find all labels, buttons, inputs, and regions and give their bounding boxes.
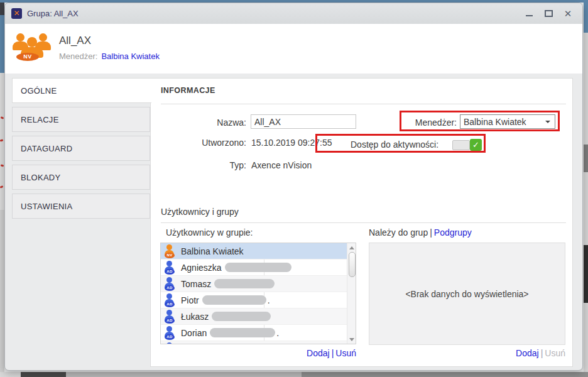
subgroups-link[interactable]: Podgrupy bbox=[434, 227, 472, 238]
background-segment bbox=[584, 3, 588, 33]
user-ad-icon: AD bbox=[163, 293, 176, 307]
manager-line: Menedżer:Balbina Kwiatek bbox=[59, 52, 160, 61]
manager-field-label: Menedżer: bbox=[361, 117, 457, 128]
group-users-icon: NV bbox=[13, 33, 52, 62]
background-segment bbox=[66, 372, 302, 377]
redacted-name bbox=[212, 312, 271, 321]
belongs-to-groups-list: <Brak danych do wyświetlenia> bbox=[369, 243, 565, 345]
group-dialog-window: Grupa: All_AX NV All_AX Menedżer:Balbina… bbox=[4, 3, 583, 371]
background-right-strip bbox=[584, 3, 588, 372]
list-item-user[interactable]: AD Dorian. bbox=[161, 325, 356, 341]
users-list-actions: Dodaj|Usuń bbox=[160, 348, 356, 358]
background-bottom-strip bbox=[0, 372, 588, 377]
header-separator: | bbox=[430, 227, 432, 238]
type-label: Typ: bbox=[151, 160, 246, 170]
titlebar[interactable]: Grupa: All_AX bbox=[5, 3, 582, 24]
groups-remove-link-disabled[interactable]: Usuń bbox=[545, 348, 565, 358]
toggle-check-icon bbox=[470, 139, 482, 151]
scroll-up-icon[interactable] bbox=[347, 244, 356, 251]
activity-access-toggle[interactable] bbox=[452, 139, 482, 151]
users-in-group-list: NV Balbina Kwiatek AD Agnieszka AD Tomas… bbox=[160, 243, 356, 344]
divider bbox=[161, 222, 566, 223]
groups-list-actions: Dodaj|Usuń bbox=[369, 348, 565, 358]
user-ad-icon: AD bbox=[163, 310, 176, 324]
manager-label: Menedżer: bbox=[59, 52, 97, 61]
groups-add-link[interactable]: Dodaj bbox=[516, 348, 539, 358]
list-item-user[interactable]: AD Agnieszka bbox=[161, 260, 356, 276]
user-ad-icon bbox=[163, 342, 176, 345]
name-input[interactable] bbox=[251, 114, 356, 129]
actions-separator: | bbox=[332, 348, 334, 358]
person-head bbox=[16, 33, 24, 41]
belongs-to-groups-label: Należy do grup bbox=[369, 227, 428, 238]
users-groups-section-title: Użytkownicy i grupy bbox=[161, 207, 239, 217]
informacje-section-title: INFORMACJE bbox=[161, 86, 215, 95]
tab-ustawienia[interactable]: USTAWIENIA bbox=[12, 194, 150, 219]
redacted-name bbox=[202, 295, 266, 305]
minimize-button[interactable] bbox=[523, 8, 535, 19]
activity-access-label: Dostęp do aktywności: bbox=[351, 139, 438, 150]
close-button[interactable] bbox=[562, 8, 574, 19]
window-controls bbox=[523, 8, 576, 19]
redacted-name bbox=[210, 328, 275, 337]
list-item-user[interactable]: AD Piotr. bbox=[161, 292, 356, 309]
background-segment bbox=[584, 245, 588, 303]
tab-ogolne[interactable]: OGÓLNE bbox=[12, 78, 151, 103]
user-ad-icon: AD bbox=[163, 326, 176, 340]
user-ad-icon: AD bbox=[163, 277, 176, 291]
users-add-link[interactable]: Dodaj bbox=[307, 348, 330, 358]
name-label: Nazwa: bbox=[151, 117, 246, 128]
toggle-track bbox=[452, 140, 470, 150]
screen: Grupa: All_AX NV All_AX Menedżer:Balbina… bbox=[0, 0, 588, 377]
background-segment bbox=[584, 145, 588, 172]
empty-list-message: <Brak danych do wyświetlenia> bbox=[405, 289, 528, 299]
background-red-marks bbox=[1, 165, 4, 167]
list-item-user[interactable]: NV Balbina Kwiatek bbox=[161, 243, 356, 260]
manager-link[interactable]: Balbina Kwiatek bbox=[101, 52, 160, 61]
background-segment bbox=[21, 372, 66, 377]
maximize-button[interactable] bbox=[543, 8, 554, 19]
user-nv-icon: NV bbox=[163, 244, 176, 258]
tab-relacje[interactable]: RELACJE bbox=[12, 107, 150, 132]
scrollbar-thumb[interactable] bbox=[349, 252, 356, 277]
user-ad-icon: AD bbox=[163, 261, 176, 275]
manager-dropdown-value: Balbina Kwiatek bbox=[464, 117, 526, 127]
group-name-title: All_AX bbox=[59, 35, 91, 47]
content-panel: INFORMACJE Nazwa: Menedżer: Balbina Kwia… bbox=[150, 78, 573, 367]
created-value: 15.10.2019 09:27:55 bbox=[251, 138, 332, 148]
background-segment bbox=[0, 372, 21, 377]
users-remove-link[interactable]: Usuń bbox=[335, 348, 356, 358]
background-segment bbox=[0, 15, 4, 73]
list-item-user[interactable]: AD Tomasz bbox=[161, 276, 356, 292]
nv-badge: NV bbox=[16, 53, 39, 61]
person-head bbox=[27, 37, 37, 47]
tab-blokady[interactable]: BLOKADY bbox=[12, 165, 150, 190]
background-left-strip bbox=[0, 3, 4, 372]
created-label: Utworzono: bbox=[151, 138, 246, 148]
axence-app-icon bbox=[11, 8, 22, 19]
type-value: Axence nVision bbox=[251, 160, 312, 170]
users-in-group-label: Użytkownicy w grupie: bbox=[166, 227, 253, 238]
redacted-name bbox=[214, 279, 275, 288]
group-header: NV All_AX Menedżer:Balbina Kwiatek bbox=[5, 24, 582, 74]
background-segment bbox=[0, 3, 4, 15]
list-item-partial[interactable] bbox=[161, 341, 356, 344]
belongs-to-groups-header: Należy do grup|Podgrupy bbox=[369, 227, 472, 238]
divider bbox=[161, 104, 566, 104]
scroll-down-icon[interactable] bbox=[347, 336, 356, 342]
list-scrollbar[interactable] bbox=[347, 243, 356, 344]
list-item-user[interactable]: AD Łukasz bbox=[161, 309, 356, 325]
window-title: Grupa: All_AX bbox=[27, 9, 79, 18]
redacted-name bbox=[225, 263, 291, 272]
person-head bbox=[39, 33, 47, 41]
actions-separator: | bbox=[541, 348, 543, 358]
tab-dataguard[interactable]: DATAGUARD bbox=[12, 136, 150, 161]
manager-dropdown[interactable]: Balbina Kwiatek bbox=[460, 114, 555, 129]
